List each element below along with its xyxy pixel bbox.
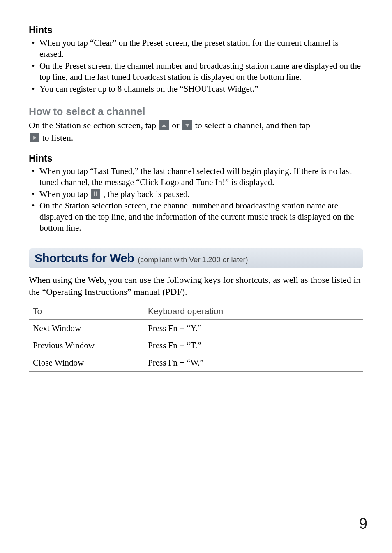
text-fragment: When you tap — [39, 189, 90, 199]
table-header-row: To Keyboard operation — [29, 303, 363, 320]
cell-to: Close Window — [29, 354, 144, 372]
pause-icon — [91, 189, 100, 199]
text-fragment: , the play back is paused. — [101, 189, 190, 199]
list-item: On the Station selection screen, the cha… — [29, 200, 363, 234]
col-op: Keyboard operation — [144, 303, 363, 320]
page-number: 9 — [359, 515, 367, 532]
list-item: On the Preset screen, the channel number… — [29, 60, 363, 83]
section-subtitle: (compliant with Ver.1.200 or later) — [136, 256, 248, 264]
cell-op: Press Fn + “Y.” — [144, 320, 363, 337]
text-fragment: to select a channel, and then tap — [193, 120, 310, 130]
table-row: Previous Window Press Fn + “T.” — [29, 337, 363, 354]
text-fragment: On the Station selection screen, tap — [29, 120, 159, 130]
list-item: When you tap “Clear” on the Preset scree… — [29, 37, 363, 60]
how-to-body: On the Station selection screen, tap or … — [29, 119, 363, 143]
cell-op: Press Fn + “W.” — [144, 354, 363, 372]
cell-to: Previous Window — [29, 337, 144, 354]
play-icon — [30, 133, 39, 142]
list-item: When you tap “Last Tuned,” the last chan… — [29, 166, 363, 188]
col-to: To — [29, 303, 144, 320]
cell-op: Press Fn + “T.” — [144, 337, 363, 354]
shortcuts-intro: When using the Web, you can use the foll… — [29, 274, 363, 298]
hints-list-2: When you tap “Last Tuned,” the last chan… — [29, 166, 363, 234]
section-title: Shortcuts for Web — [35, 252, 134, 265]
text-fragment: or — [170, 120, 182, 130]
shortcuts-table: To Keyboard operation Next Window Press … — [29, 303, 363, 372]
hints-heading-1: Hints — [29, 25, 363, 36]
section-header-bar: Shortcuts for Web (compliant with Ver.1.… — [29, 248, 363, 268]
hints-heading-2: Hints — [29, 153, 363, 164]
hints-list-1: When you tap “Clear” on the Preset scree… — [29, 37, 363, 94]
up-arrow-icon — [159, 120, 169, 130]
list-item: You can register up to 8 channels on the… — [29, 83, 363, 95]
table-row: Close Window Press Fn + “W.” — [29, 354, 363, 372]
list-item: When you tap , the play back is paused. — [29, 189, 363, 200]
cell-to: Next Window — [29, 320, 144, 337]
text-fragment: to listen. — [40, 132, 73, 143]
how-to-select-heading: How to select a channel — [29, 106, 363, 118]
table-row: Next Window Press Fn + “Y.” — [29, 320, 363, 337]
down-arrow-icon — [182, 120, 192, 130]
